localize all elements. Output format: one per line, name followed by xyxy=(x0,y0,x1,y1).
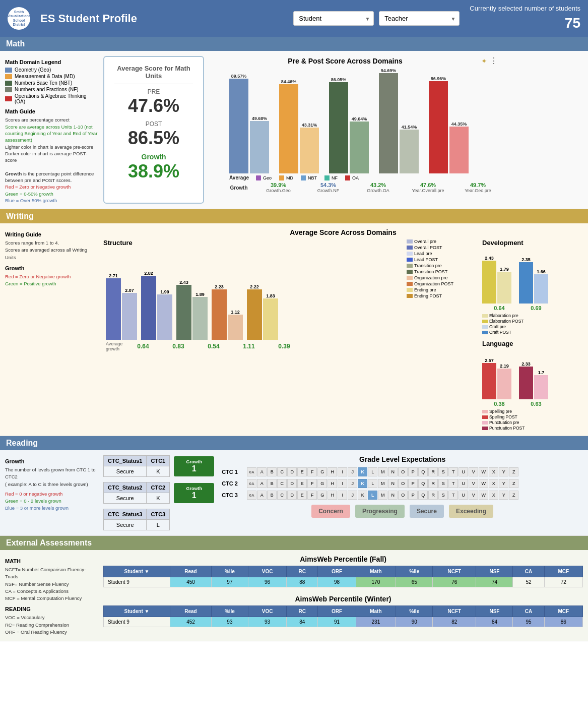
geo-color xyxy=(5,68,12,73)
math-section-header: Math xyxy=(0,37,588,51)
student-count-area: Currently selected number of students 75 xyxy=(470,4,580,33)
growth-btn-1: Growth 1 xyxy=(174,456,214,476)
logo-area: SmithVisualizationsSchool District xyxy=(8,7,30,30)
ctc2-table: CTC_Status2 CTC2 Secure K xyxy=(103,482,170,504)
bar-group-oa: 86.96% 44.35% xyxy=(429,76,469,173)
legend-geo: Geometry (Geo) xyxy=(5,67,98,73)
dropdowns: Student Teacher xyxy=(293,11,460,26)
lang-bar-punct: 2.33 1.7 xyxy=(519,361,548,399)
math-section-body: Math Domain Legend Geometry (Geo) Measur… xyxy=(0,51,588,209)
lang-legend: Spelling pre Spelling POST Punctuation p… xyxy=(482,409,583,431)
concern-badge: Concern xyxy=(311,505,350,518)
bar-group-nf: 94.69% 41.54% xyxy=(379,68,419,173)
language-area: Language 2.57 2.19 xyxy=(482,340,583,431)
pre-value: 47.6% xyxy=(114,95,193,116)
writing-growth-title: Growth xyxy=(5,265,98,271)
ctc2-row: CTC_Status2 CTC2 Secure K Growth 1 xyxy=(103,482,214,504)
ctc-tables: CTC_Status1 CTC1 Secure K Growth 1 xyxy=(103,455,214,530)
writing-section-header: Writing xyxy=(0,209,588,223)
math-chart-title: Pre & Post Score Across Domains xyxy=(209,57,481,65)
ctc1-row: CTC_Status1 CTC1 Secure K Growth 1 xyxy=(103,455,214,477)
teacher-dropdown[interactable]: Teacher xyxy=(379,11,460,26)
exceeding-badge: Exceeding xyxy=(449,505,493,518)
reading-legend: Growth The number of levels grown from C… xyxy=(5,455,98,530)
bar-group-nbt: 86.05% 49.04% xyxy=(329,77,369,173)
dev-legend: Elaboration pre Elaboration POST Craft p… xyxy=(482,313,583,335)
writing-guide-title: Writing Guide xyxy=(5,231,98,237)
development-area: Development 2.43 1.79 xyxy=(482,239,583,335)
logo: SmithVisualizationsSchool District xyxy=(8,7,30,30)
structure-chart: Structure 2.71 2.07 xyxy=(103,239,402,431)
growth-btn-2: Growth 1 xyxy=(174,483,214,503)
w-bar-ending: 2.22 1.83 xyxy=(247,284,278,340)
md-color xyxy=(5,74,12,79)
reading-abbrev-title: READING xyxy=(5,606,98,612)
dev-bar-craft: 2.35 1.66 xyxy=(519,257,548,304)
fall-title: AimsWeb Percentile (Fall) xyxy=(103,555,583,563)
writing-legend-items: Overall pre Overall POST Lead pre Lead P… xyxy=(407,239,477,431)
math-legend-title: Math Domain Legend xyxy=(5,59,98,65)
ctc1-cells: 0A A B C D E F G H I J K L M N O P xyxy=(247,467,518,476)
winter-title: AimsWeb Percentile (Winter) xyxy=(103,595,583,603)
legend-oa: Operations & Algebraic Thinking (OA) xyxy=(5,93,98,104)
development-title: Development xyxy=(482,239,583,247)
fall-table: Student ▼ Read %ile VOC RC ORF Math %ile… xyxy=(103,566,583,587)
math-abbrev-title: MATH xyxy=(5,558,98,564)
reading-growth-title: Growth xyxy=(5,458,98,464)
structure-title: Structure xyxy=(103,239,402,247)
external-section-header: External Assessments xyxy=(0,536,588,550)
w-bar-transition: 2.43 1.89 xyxy=(176,280,208,340)
ctc2-grade-row: CTC 2 0A A B C D E F G H I J K L M N xyxy=(222,479,583,488)
progressing-badge: Progressing xyxy=(355,505,405,518)
nf-color xyxy=(5,87,12,92)
growth-value: 38.9% xyxy=(114,161,193,182)
reading-section-body: Growth The number of levels grown from C… xyxy=(0,450,588,536)
ctc3-cells: 0A A B C D E F G H I J K L M N O P xyxy=(247,491,518,500)
teacher-dropdown-container[interactable]: Teacher xyxy=(379,11,460,26)
growth-label: Growth xyxy=(114,153,193,161)
language-title: Language xyxy=(482,340,583,347)
app-header: SmithVisualizationsSchool District ES St… xyxy=(0,0,588,37)
w-bar-overall: 2.71 2.07 xyxy=(106,273,137,340)
winter-row-1: Student 9 452 93 93 84 91 231 90 82 84 9… xyxy=(104,617,583,627)
writing-chart-title: Average Score Across Domains xyxy=(103,228,583,236)
grade-level-title: Grade Level Expectations xyxy=(222,455,583,463)
ctc3-table: CTC_Status3 CTC3 Secure L xyxy=(103,509,170,530)
external-content: AimsWeb Percentile (Fall) Student ▼ Read… xyxy=(103,555,583,636)
bar-group-geo: 89.57% 49.68% xyxy=(229,74,269,173)
legend-md: Measurement & Data (MD) xyxy=(5,74,98,79)
count-number: 75 xyxy=(565,15,580,31)
page-title: ES Student Profile xyxy=(40,12,283,25)
math-content: Average Score for Math Units PRE 47.6% P… xyxy=(103,56,498,204)
w-bar-lead: 2.82 1.99 xyxy=(141,271,172,340)
grade-level-area: Grade Level Expectations CTC 1 0A A B C … xyxy=(222,455,583,530)
reading-color-legend: Concern Progressing Secure Exceeding xyxy=(222,505,583,518)
student-dropdown-container[interactable]: Student xyxy=(293,11,374,26)
more-options-icon[interactable]: ⋮ xyxy=(490,56,498,66)
legend-nf: Numbers and Fractions (NF) xyxy=(5,87,98,92)
w-bar-org: 2.23 1.12 xyxy=(212,284,243,340)
nbt-color xyxy=(5,81,12,86)
math-legend: Math Domain Legend Geometry (Geo) Measur… xyxy=(5,56,98,204)
fall-row-1: Student 9 450 97 96 88 98 170 65 76 74 5… xyxy=(104,577,583,587)
ctc2-cells: 0A A B C D E F G H I J K L M N O P xyxy=(247,479,518,488)
ctc3-grade-row: CTC 3 0A A B C D E F G H I J K L M N xyxy=(222,491,583,500)
ctc3-row: CTC_Status3 CTC3 Secure L xyxy=(103,509,214,530)
post-label: POST xyxy=(114,120,193,128)
avg-score-title: Average Score for Math Units xyxy=(114,65,193,80)
bar-group-md: 84.46% 43.31% xyxy=(279,79,319,173)
student-dropdown[interactable]: Student xyxy=(293,11,374,26)
math-chart-area: Pre & Post Score Across Domains ✦ ⋮ 89.5… xyxy=(209,56,498,204)
external-section-body: MATH NCFT= Number Comparison Fluency-Tri… xyxy=(0,550,588,641)
reading-content: CTC_Status1 CTC1 Secure K Growth 1 xyxy=(103,455,583,530)
math-guide-title: Math Guide xyxy=(5,108,98,114)
post-value: 86.5% xyxy=(114,128,193,149)
count-label: Currently selected number of students xyxy=(470,4,580,13)
writing-section-body: Writing Guide Scores range from 1 to 4. … xyxy=(0,223,588,436)
secure-badge: Secure xyxy=(410,505,444,518)
reading-section-header: Reading xyxy=(0,436,588,450)
oa-color xyxy=(5,96,12,101)
dev-lang-area: Development 2.43 1.79 xyxy=(482,239,583,431)
writing-legend: Writing Guide Scores range from 1 to 4. … xyxy=(5,228,98,431)
dev-bar-elaboration: 2.43 1.79 xyxy=(482,256,511,304)
